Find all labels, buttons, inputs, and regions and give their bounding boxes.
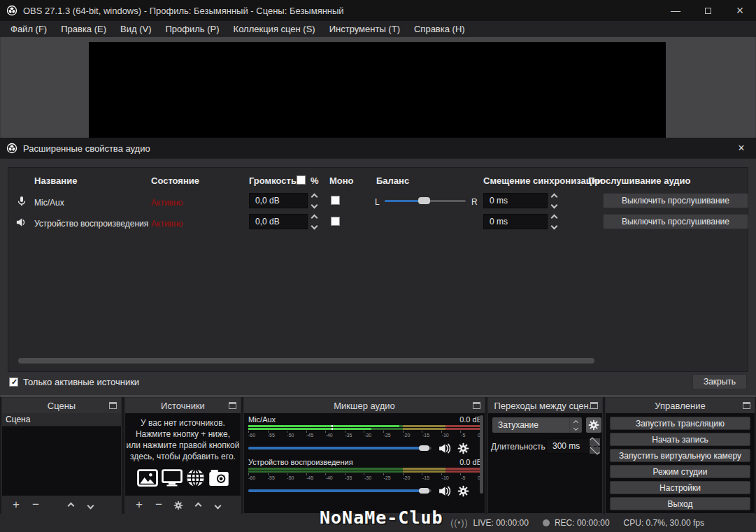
- transitions-panel-header: Переходы между сцен...: [488, 398, 602, 413]
- menu-profile[interactable]: Профиль (P): [159, 21, 227, 37]
- col-header-name: Название: [34, 175, 77, 186]
- volume-field[interactable]: 0,0 dB: [249, 214, 308, 229]
- volume-percent-checkbox[interactable]: [297, 175, 306, 185]
- spin-up-icon: [311, 214, 318, 221]
- mixer-slider-row: [248, 485, 482, 496]
- panel-popout-icon[interactable]: [473, 402, 480, 409]
- maximize-icon: [705, 8, 711, 14]
- maximize-button[interactable]: [692, 0, 724, 21]
- balance-handle[interactable]: [418, 197, 430, 204]
- channel-settings-gear-icon[interactable]: [457, 443, 469, 454]
- mixer-vertical-scrollbar[interactable]: [480, 415, 483, 494]
- mono-checkbox[interactable]: [331, 217, 340, 226]
- spin-up-icon: [551, 214, 558, 221]
- remove-scene-button[interactable]: −: [26, 496, 45, 513]
- balance-slider[interactable]: [385, 200, 466, 202]
- panel-popout-icon[interactable]: [109, 402, 117, 409]
- active-only-row: Только активные источники: [9, 377, 139, 387]
- panel-popout-icon[interactable]: [743, 402, 750, 409]
- sync-offset-field[interactable]: 0 ms: [483, 214, 548, 229]
- horizontal-scrollbar[interactable]: [18, 358, 594, 364]
- panel-popout-icon[interactable]: [229, 402, 236, 409]
- volume-slider[interactable]: [248, 489, 432, 492]
- studio-mode-button[interactable]: Режим студии: [610, 465, 750, 478]
- source-name: Устройство воспроизведения: [34, 219, 148, 229]
- combo-arrows: [569, 417, 582, 433]
- panel-popout-icon[interactable]: [590, 402, 598, 409]
- start-virtual-camera-button[interactable]: Запустить виртуальную камеру: [610, 449, 750, 462]
- exit-button[interactable]: Выход: [610, 497, 750, 510]
- volume-field[interactable]: 0,0 dB: [249, 193, 308, 208]
- add-source-button[interactable]: +: [129, 496, 149, 513]
- meter-tick-label: -20: [403, 433, 410, 439]
- spin-up-button[interactable]: [590, 438, 600, 446]
- meter-bar-right: [248, 470, 480, 473]
- menu-scene-collection[interactable]: Коллекция сцен (S): [227, 21, 322, 37]
- volume-slider-handle[interactable]: [419, 488, 429, 494]
- menu-help[interactable]: Справка (H): [407, 21, 472, 37]
- volume-spinner[interactable]: [312, 214, 317, 229]
- move-scene-up-button[interactable]: [61, 496, 80, 513]
- dialog-close-action-button[interactable]: Закрыть: [692, 374, 747, 389]
- move-scene-down-button[interactable]: [80, 496, 100, 513]
- volume-meter: [248, 425, 480, 430]
- sync-offset-spinner[interactable]: [552, 214, 557, 229]
- chevron-down-icon: [573, 425, 578, 430]
- volume-spinner[interactable]: [312, 193, 317, 208]
- volume-slider[interactable]: [248, 447, 432, 450]
- dialog-close-button[interactable]: ×: [727, 138, 756, 159]
- scene-preview-canvas[interactable]: [89, 42, 666, 140]
- mixer-channel: Устройство воспроизведения 0.0 dB -60-55…: [248, 458, 482, 496]
- channel-settings-gear-icon[interactable]: [457, 485, 469, 497]
- sync-offset-spinner[interactable]: [552, 193, 557, 208]
- monitoring-off-button[interactable]: Выключить прослушивание: [603, 214, 748, 229]
- spin-up-icon: [311, 193, 318, 200]
- transition-properties-button[interactable]: [586, 417, 601, 433]
- audio-mixer-panel: Микшер аудио Mic/Aux 0.0 dB: [243, 397, 485, 514]
- mute-speaker-icon[interactable]: [438, 443, 451, 454]
- duration-spinner[interactable]: [590, 438, 600, 454]
- spin-down-button[interactable]: [590, 447, 600, 454]
- meter-bar-right: [248, 428, 480, 430]
- sources-empty-line: Нажмите кнопку + ниже,: [125, 429, 241, 440]
- scene-list-item[interactable]: Сцена: [2, 413, 121, 426]
- mute-speaker-icon[interactable]: [438, 485, 451, 497]
- obs-logo-icon: [6, 143, 17, 154]
- minimize-button[interactable]: —: [659, 0, 692, 21]
- meter-tick-label: -30: [364, 475, 371, 482]
- controls-panel: Управление Запустить трансляцию Начать з…: [605, 397, 755, 514]
- move-source-up-button[interactable]: [188, 496, 208, 513]
- minimize-icon: —: [671, 5, 680, 16]
- add-scene-button[interactable]: +: [6, 496, 26, 513]
- meter-tick-label: -50: [287, 475, 294, 482]
- chevron-up-icon: [573, 419, 578, 424]
- start-streaming-button[interactable]: Запустить трансляцию: [610, 417, 750, 430]
- col-header-status: Состояние: [151, 175, 199, 186]
- transition-select[interactable]: Затухание: [492, 417, 582, 433]
- balance-left-label: L: [375, 197, 380, 207]
- duration-field[interactable]: 300 ms: [546, 438, 590, 454]
- col-header-monitoring: Прослушивание аудио: [588, 175, 691, 186]
- start-recording-button[interactable]: Начать запись: [610, 433, 750, 446]
- meter-tick-label: -15: [422, 475, 429, 482]
- sync-offset-field[interactable]: 0 ms: [483, 193, 548, 208]
- mixer-channel-name: Устройство воспроизведения: [248, 458, 353, 467]
- menu-file[interactable]: Файл (F): [3, 21, 54, 37]
- menu-view[interactable]: Вид (V): [113, 21, 158, 37]
- mixer-channel-header: Mic/Aux 0.0 dB: [248, 415, 482, 424]
- image-source-icon: [137, 469, 158, 489]
- monitoring-off-button[interactable]: Выключить прослушивание: [603, 193, 748, 208]
- menu-edit[interactable]: Правка (E): [54, 21, 113, 37]
- close-button[interactable]: ×: [724, 0, 756, 21]
- col-header-balance: Баланс: [376, 175, 409, 186]
- mono-checkbox[interactable]: [331, 196, 340, 205]
- source-properties-button[interactable]: [169, 496, 188, 513]
- meter-tick-label: -5: [461, 475, 465, 482]
- volume-slider-handle[interactable]: [419, 445, 429, 451]
- remove-source-button[interactable]: −: [149, 496, 169, 513]
- settings-button[interactable]: Настройки: [610, 481, 750, 494]
- mixer-channel-header: Устройство воспроизведения 0.0 dB: [248, 458, 482, 467]
- move-source-down-button[interactable]: [208, 496, 227, 513]
- active-only-checkbox[interactable]: [9, 378, 18, 387]
- menu-tools[interactable]: Инструменты (T): [322, 21, 407, 37]
